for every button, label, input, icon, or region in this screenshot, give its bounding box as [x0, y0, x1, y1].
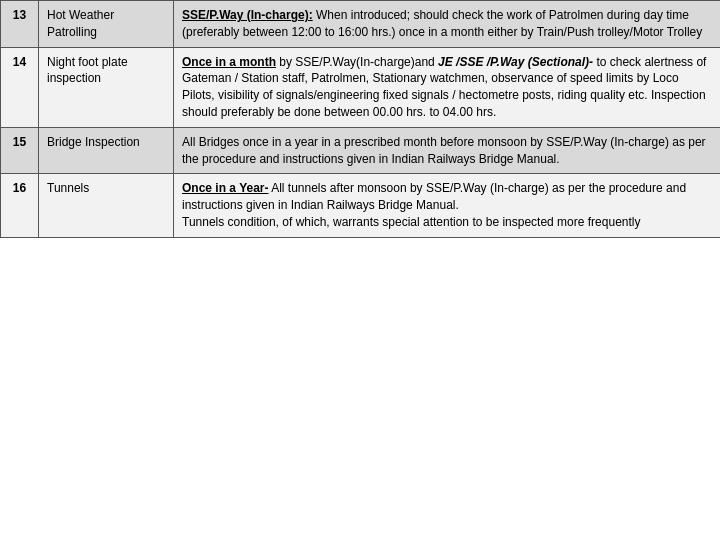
row-title: Hot Weather Patrolling: [39, 1, 174, 48]
table-row: 13Hot Weather PatrollingSSE/P.Way (In-ch…: [1, 1, 721, 48]
inspection-table: 13Hot Weather PatrollingSSE/P.Way (In-ch…: [0, 0, 720, 238]
row-number: 16: [1, 174, 39, 237]
row-number: 13: [1, 1, 39, 48]
table-row: 16TunnelsOnce in a Year- All tunnels aft…: [1, 174, 721, 237]
row-number: 14: [1, 47, 39, 127]
row-description: Once in a Year- All tunnels after monsoo…: [174, 174, 721, 237]
row-title: Tunnels: [39, 174, 174, 237]
row-title: Night foot plate inspection: [39, 47, 174, 127]
row-description: Once in a month by SSE/P.Way(In-charge)a…: [174, 47, 721, 127]
table-row: 14Night foot plate inspectionOnce in a m…: [1, 47, 721, 127]
row-number: 15: [1, 127, 39, 174]
row-title: Bridge Inspection: [39, 127, 174, 174]
table-row: 15Bridge InspectionAll Bridges once in a…: [1, 127, 721, 174]
row-description: SSE/P.Way (In-charge): When introduced; …: [174, 1, 721, 48]
row-description: All Bridges once in a year in a prescrib…: [174, 127, 721, 174]
